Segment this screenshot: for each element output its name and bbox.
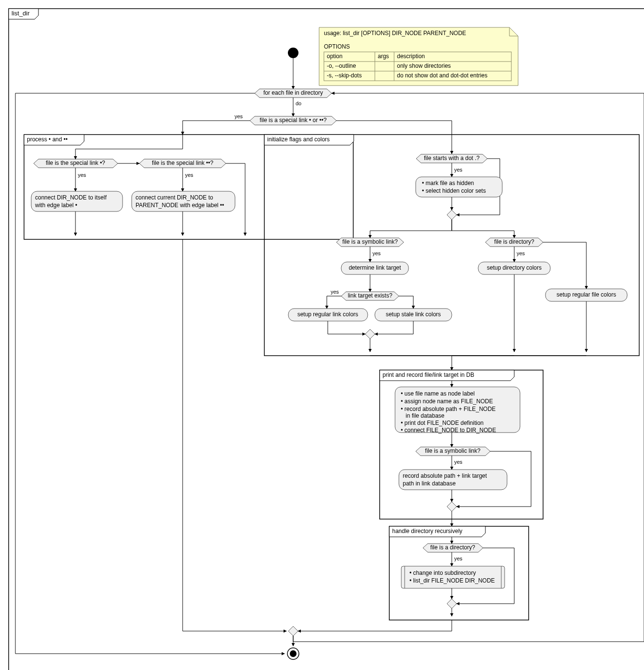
act-dot-l2: with edge label • bbox=[35, 202, 77, 209]
dec-isdir-yes: yes bbox=[517, 250, 525, 256]
outer-frame-label: list_dir bbox=[12, 10, 30, 17]
dec-dotstart-yes: yes bbox=[454, 167, 463, 173]
td-opt-1: -s, --skip-dots bbox=[327, 72, 362, 79]
grp-recurse-b1: change into subdirectory bbox=[413, 570, 476, 576]
final-node bbox=[287, 648, 299, 659]
dec-symlink2-q: file is a symbolic link? bbox=[425, 447, 481, 454]
svg-text:• print dot FILE_NODE definiti: • print dot FILE_NODE definition bbox=[401, 420, 483, 426]
loop-label: for each file in directory bbox=[263, 89, 323, 96]
loop-do: do bbox=[296, 100, 301, 106]
act-dotdot-l2: PARENT_NODE with edge label •• bbox=[136, 202, 224, 209]
act-dotdot-l1: connect current DIR_NODE to bbox=[136, 194, 213, 201]
grp-print-b3b: in file database bbox=[406, 412, 445, 419]
dec-symlink-q: file is a symbolic link? bbox=[342, 238, 398, 245]
act-record-l1: record absolute path + link target bbox=[403, 472, 487, 479]
act-dir-colors: setup directory colors bbox=[487, 264, 542, 271]
svg-text:• list_dir FILE_NODE DIR_NODE: • list_dir FILE_NODE DIR_NODE bbox=[409, 577, 495, 584]
grp-print-b2: assign node name as FILE_NODE bbox=[405, 398, 493, 405]
merge-recurse bbox=[447, 599, 457, 608]
act-stale-link: setup stale link colors bbox=[386, 311, 441, 318]
grp-dots-title: process • and •• bbox=[27, 136, 68, 143]
td-opt-0: -o, --outline bbox=[327, 62, 356, 69]
grp-print-b4: print dot FILE_NODE definition bbox=[405, 420, 484, 426]
dec-symlink-yes: yes bbox=[372, 250, 381, 256]
grp-recurse-title: handle directory recursively bbox=[392, 528, 462, 534]
svg-text:• record absolute path + FILE_: • record absolute path + FILE_NODE bbox=[401, 406, 495, 412]
svg-text:• use file name as node label: • use file name as node label bbox=[401, 390, 475, 397]
merge-print bbox=[447, 502, 457, 511]
grp-print-b5: connect FILE_NODE to DIR_NODE bbox=[405, 427, 496, 434]
dec-symlink2-yes: yes bbox=[454, 459, 463, 465]
decision-special-link: file is a special link • or ••? bbox=[250, 116, 336, 125]
dec-target-exists-q: link target exists? bbox=[348, 292, 393, 299]
act-record-l2: path in link database bbox=[403, 480, 456, 487]
usage-note: usage: list_dir [OPTIONS] DIR_NODE PAREN… bbox=[319, 27, 518, 86]
svg-rect-9 bbox=[24, 135, 353, 239]
svg-text:• connect FILE_NODE to DIR_NOD: • connect FILE_NODE to DIR_NODE bbox=[401, 427, 496, 434]
act-file-colors: setup regular file colors bbox=[557, 291, 616, 298]
th-desc: description bbox=[397, 53, 425, 60]
merge-link bbox=[365, 329, 375, 339]
dec-dotstart-q: file starts with a dot .? bbox=[424, 155, 480, 161]
act-dot-l1: connect DIR_NODE to itself bbox=[35, 194, 107, 201]
dec-isdir-q: file is directory? bbox=[494, 238, 534, 245]
grp-print-b1: use file name as node label bbox=[405, 390, 475, 397]
grp-print-title: print and record file/link target in DB bbox=[383, 372, 474, 378]
svg-text:• change into subdirectory: • change into subdirectory bbox=[409, 570, 476, 576]
grp-print-b3: record absolute path + FILE_NODE bbox=[405, 406, 496, 412]
activity-diagram: list_dir usage: list_dir [OPTIONS] DIR_N… bbox=[5, 5, 644, 670]
svg-text:• assign node name as FILE_NOD: • assign node name as FILE_NODE bbox=[401, 398, 493, 405]
dec-dotdot-yes: yes bbox=[185, 172, 194, 178]
dec-target-exists-yes: yes bbox=[331, 289, 339, 295]
act-reg-link: setup regular link colors bbox=[297, 311, 359, 318]
act-hidden-b1: • mark file as hidden bbox=[422, 180, 474, 186]
action-recurse-block: • change into subdirectory • list_dir FI… bbox=[401, 566, 505, 588]
dec-isdir2-q: file is a directory? bbox=[430, 544, 475, 551]
dec-special-yes: yes bbox=[235, 113, 243, 119]
group-process-dots: process • and •• file is the special lin… bbox=[24, 135, 353, 239]
outer-frame bbox=[9, 9, 644, 670]
group-recurse: handle directory recursively file is a d… bbox=[389, 526, 529, 620]
grp-recurse-b2: list_dir FILE_NODE DIR_NODE bbox=[413, 577, 495, 584]
grp-init-title: initialize flags and colors bbox=[267, 136, 330, 143]
dec-special-q: file is a special link • or ••? bbox=[260, 117, 327, 124]
note-usage: usage: list_dir [OPTIONS] DIR_NODE PAREN… bbox=[324, 30, 466, 37]
note-options-heading: OPTIONS bbox=[324, 43, 350, 50]
dec-dotdot-q: file is the special link ••? bbox=[152, 160, 213, 166]
td-desc-1: do not show dot and dot-dot entries bbox=[397, 72, 487, 79]
dec-dot-yes: yes bbox=[78, 172, 87, 178]
merge-hidden bbox=[447, 210, 457, 220]
group-print-record: print and record file/link target in DB … bbox=[380, 370, 543, 526]
group-init-flags: initialize flags and colors file starts … bbox=[264, 135, 639, 356]
th-option: option bbox=[327, 53, 343, 60]
act-target: determine link target bbox=[349, 264, 401, 271]
svg-point-46 bbox=[290, 650, 297, 657]
act-hidden-b2: • select hidden color sets bbox=[422, 187, 486, 194]
merge-final bbox=[288, 626, 298, 636]
loop-decision: for each file in directory bbox=[255, 89, 332, 98]
td-desc-0: only show directories bbox=[397, 62, 451, 69]
dec-dot-q: file is the special link •? bbox=[46, 160, 105, 166]
dec-isdir2-yes: yes bbox=[454, 556, 463, 561]
initial-node bbox=[288, 48, 298, 58]
th-args: args bbox=[378, 53, 389, 60]
